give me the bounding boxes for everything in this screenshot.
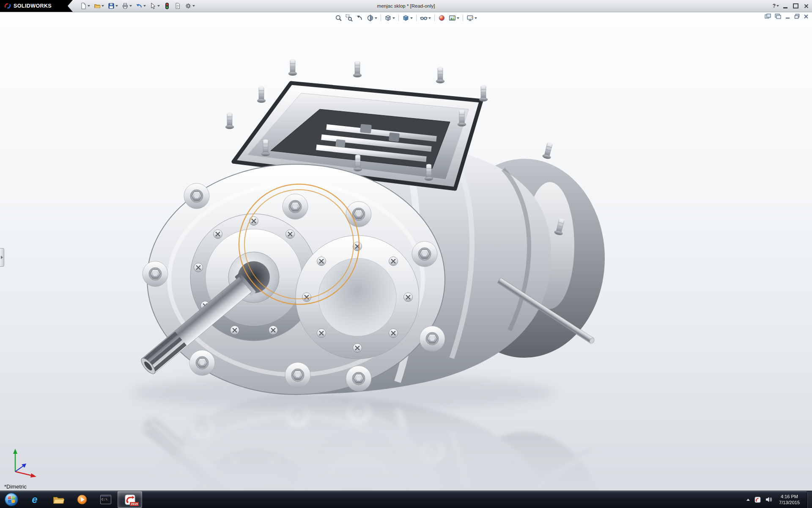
- options-gear-icon: [185, 3, 192, 9]
- undo-arrow-icon: [136, 3, 143, 9]
- new-document-icon: [80, 3, 87, 9]
- start-button[interactable]: [0, 491, 23, 508]
- windows-start-orb-icon: [4, 492, 19, 507]
- new-window-button[interactable]: [765, 14, 771, 19]
- display-style-cube-icon: [402, 14, 409, 22]
- internet-explorer-icon: e: [32, 494, 37, 505]
- zoom-to-area-icon: [346, 14, 353, 22]
- print-icon: [122, 3, 129, 9]
- 3d-model-gearbox[interactable]: [0, 12, 812, 491]
- previous-view-icon: [356, 14, 363, 22]
- view-settings-button[interactable]: [465, 14, 478, 22]
- hide-show-glasses-icon: [420, 14, 428, 22]
- reflection-fade: [0, 396, 812, 491]
- titlebar: SOLIDWORKS: [0, 0, 812, 12]
- undo-button[interactable]: [134, 1, 147, 11]
- apply-scene-button[interactable]: [447, 14, 461, 22]
- view-orientation-cube-icon: [384, 14, 392, 22]
- solidworks-tray-icon[interactable]: [754, 497, 761, 503]
- command-prompt-glyph: C:\: [102, 498, 107, 501]
- open-folder-icon: [94, 3, 101, 9]
- taskbar-media-player-button[interactable]: [70, 491, 94, 508]
- open-button[interactable]: [93, 1, 105, 11]
- restore-document-button[interactable]: [794, 14, 800, 19]
- print-button[interactable]: [121, 1, 133, 11]
- featuremanager-collapsed-tab[interactable]: [0, 248, 4, 267]
- zoom-to-fit-icon: [335, 14, 342, 22]
- display-style-button[interactable]: [401, 14, 414, 22]
- select-button[interactable]: [148, 1, 161, 11]
- titlebar-right: ?: [773, 3, 812, 9]
- new-document-button[interactable]: [79, 1, 91, 11]
- apply-scene-icon: [449, 14, 456, 22]
- clock-time: 4:16 PM: [779, 494, 800, 500]
- zoom-to-fit-button[interactable]: [334, 14, 343, 22]
- save-button[interactable]: [107, 1, 119, 11]
- close-button[interactable]: [804, 4, 809, 8]
- media-player-icon: [77, 494, 87, 505]
- close-document-button[interactable]: [804, 14, 809, 19]
- solidworks-version-badge: 2015: [130, 502, 139, 506]
- system-tray: 4:16 PM 7/13/2015: [746, 491, 812, 508]
- options-button[interactable]: [184, 1, 196, 11]
- rebuild-traffic-light-icon: [164, 3, 170, 9]
- folder-icon: [53, 495, 64, 504]
- hide-show-items-button[interactable]: [419, 14, 432, 22]
- graphics-area[interactable]: *Dimetric: [0, 12, 812, 491]
- command-prompt-icon: C:\: [100, 495, 111, 504]
- edit-appearance-button[interactable]: [437, 14, 447, 22]
- window-title: menjac sklop * [Read-only]: [127, 0, 685, 12]
- brand-label: SOLIDWORKS: [14, 3, 52, 9]
- maximize-button[interactable]: [793, 3, 798, 8]
- file-properties-button[interactable]: [173, 1, 182, 11]
- y-axis-arrow: [13, 449, 17, 454]
- windows-taskbar: e C:\: [0, 491, 812, 508]
- reference-triad: [8, 445, 42, 479]
- minimize-document-button[interactable]: [785, 14, 790, 19]
- edit-appearance-ball-icon: [438, 14, 445, 22]
- headsup-view-toolbar: [334, 14, 478, 22]
- expand-panel-icon: [1, 256, 3, 259]
- taskbar-internet-explorer-button[interactable]: e: [23, 491, 47, 508]
- dassault-3ds-logo-icon: [4, 3, 11, 9]
- view-orientation-button[interactable]: [383, 14, 396, 22]
- minimize-button[interactable]: [783, 7, 787, 8]
- main-toolbar: [79, 1, 196, 11]
- solidworks-brand: SOLIDWORKS: [0, 0, 73, 12]
- document-window-controls: [765, 14, 809, 19]
- taskbar-windows-explorer-button[interactable]: [47, 491, 70, 508]
- volume-icon[interactable]: [765, 497, 772, 502]
- hidden-icons-chevron[interactable]: [746, 499, 750, 501]
- save-floppy-icon: [108, 3, 115, 9]
- taskbar-solidworks-button[interactable]: 2015: [118, 491, 142, 508]
- file-properties-icon: [174, 3, 181, 9]
- show-desktop-button[interactable]: [807, 491, 812, 508]
- clock-date: 7/13/2015: [779, 500, 800, 505]
- section-view-button[interactable]: [365, 14, 379, 22]
- cascade-windows-button[interactable]: [775, 14, 781, 19]
- solidworks-window: SOLIDWORKS: [0, 0, 812, 508]
- help-button[interactable]: ?: [773, 3, 779, 9]
- taskbar-command-prompt-button[interactable]: C:\: [94, 491, 118, 508]
- rebuild-button[interactable]: [162, 1, 172, 11]
- section-view-icon: [367, 14, 374, 22]
- taskbar-clock[interactable]: 4:16 PM 7/13/2015: [776, 494, 802, 506]
- previous-view-button[interactable]: [355, 14, 365, 22]
- zoom-to-area-button[interactable]: [344, 14, 354, 22]
- view-orientation-label: *Dimetric: [4, 483, 27, 490]
- x-axis-arrow: [30, 473, 36, 478]
- select-cursor-icon: [150, 3, 156, 9]
- view-settings-icon: [466, 14, 474, 22]
- help-label: ?: [773, 3, 776, 9]
